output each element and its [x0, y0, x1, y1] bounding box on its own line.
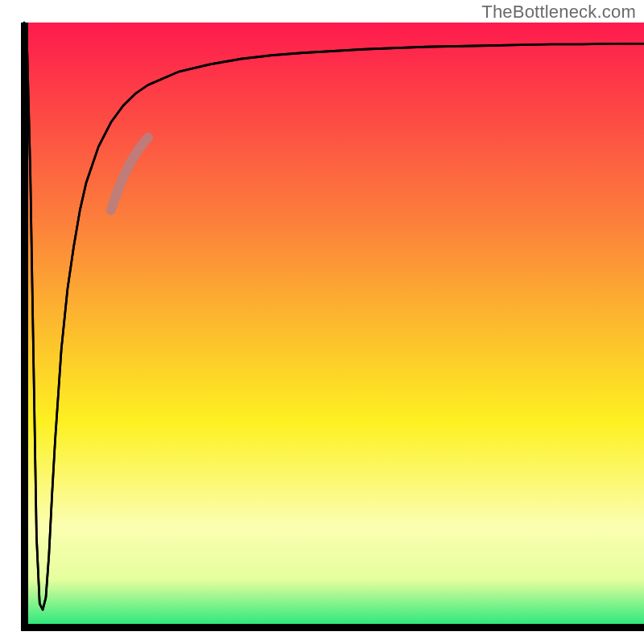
chart-container: TheBottleneck.com — [0, 0, 644, 644]
bottleneck-chart-canvas — [0, 0, 644, 644]
